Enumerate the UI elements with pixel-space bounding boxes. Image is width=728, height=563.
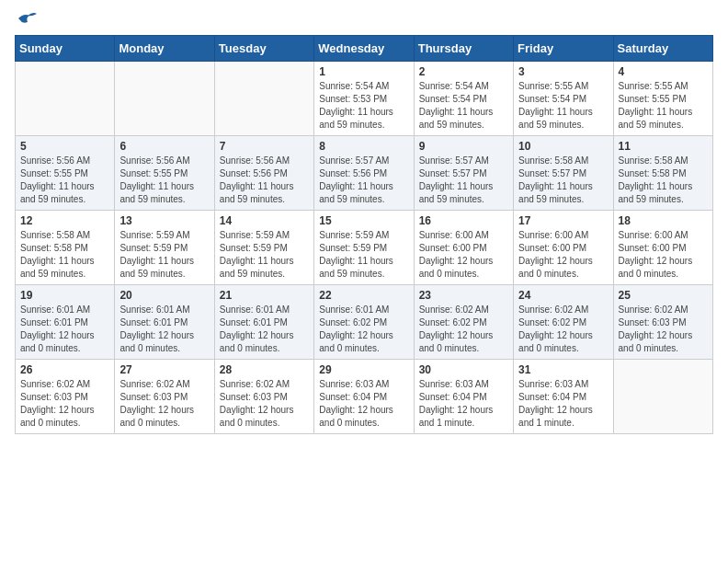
day-number: 28 <box>220 363 309 376</box>
day-number: 30 <box>419 363 508 376</box>
day-of-week-thursday: Thursday <box>414 36 513 62</box>
day-number: 8 <box>319 140 408 153</box>
day-info: Sunrise: 6:03 AM Sunset: 6:04 PM Dayligh… <box>319 378 408 430</box>
day-number: 15 <box>319 214 408 227</box>
calendar-cell: 19Sunrise: 6:01 AM Sunset: 6:01 PM Dayli… <box>16 285 115 360</box>
calendar-cell: 1Sunrise: 5:54 AM Sunset: 5:53 PM Daylig… <box>314 62 414 136</box>
day-number: 11 <box>619 140 708 153</box>
day-info: Sunrise: 5:54 AM Sunset: 5:54 PM Dayligh… <box>419 80 508 132</box>
day-info: Sunrise: 6:01 AM Sunset: 6:01 PM Dayligh… <box>220 304 309 355</box>
day-number: 20 <box>119 289 209 302</box>
day-of-week-monday: Monday <box>115 36 214 62</box>
day-info: Sunrise: 5:56 AM Sunset: 5:56 PM Dayligh… <box>220 155 309 206</box>
day-info: Sunrise: 5:58 AM Sunset: 5:58 PM Dayligh… <box>619 155 708 206</box>
calendar-cell: 20Sunrise: 6:01 AM Sunset: 6:01 PM Dayli… <box>115 285 214 360</box>
calendar-body: 1Sunrise: 5:54 AM Sunset: 5:53 PM Daylig… <box>16 62 713 434</box>
day-number: 3 <box>518 65 608 78</box>
page-header <box>15 15 713 24</box>
calendar-cell: 28Sunrise: 6:02 AM Sunset: 6:03 PM Dayli… <box>214 360 313 434</box>
calendar-cell: 3Sunrise: 5:55 AM Sunset: 5:54 PM Daylig… <box>514 62 613 136</box>
calendar-cell: 5Sunrise: 5:56 AM Sunset: 5:55 PM Daylig… <box>16 136 115 211</box>
logo-bird-icon <box>17 11 37 28</box>
calendar-week-1: 1Sunrise: 5:54 AM Sunset: 5:53 PM Daylig… <box>16 62 713 136</box>
day-info: Sunrise: 6:01 AM Sunset: 6:01 PM Dayligh… <box>119 304 209 355</box>
calendar-cell: 12Sunrise: 5:58 AM Sunset: 5:58 PM Dayli… <box>16 211 115 285</box>
calendar-cell: 29Sunrise: 6:03 AM Sunset: 6:04 PM Dayli… <box>314 360 414 434</box>
day-info: Sunrise: 6:01 AM Sunset: 6:02 PM Dayligh… <box>319 304 408 355</box>
day-info: Sunrise: 6:02 AM Sunset: 6:03 PM Dayligh… <box>220 378 309 430</box>
day-number: 24 <box>518 289 608 302</box>
day-info: Sunrise: 5:59 AM Sunset: 5:59 PM Dayligh… <box>220 229 309 281</box>
calendar-cell: 11Sunrise: 5:58 AM Sunset: 5:58 PM Dayli… <box>613 136 712 211</box>
day-info: Sunrise: 6:00 AM Sunset: 6:00 PM Dayligh… <box>619 229 708 281</box>
day-info: Sunrise: 6:02 AM Sunset: 6:03 PM Dayligh… <box>20 378 109 430</box>
calendar-cell: 27Sunrise: 6:02 AM Sunset: 6:03 PM Dayli… <box>115 360 214 434</box>
calendar-cell: 7Sunrise: 5:56 AM Sunset: 5:56 PM Daylig… <box>214 136 313 211</box>
calendar-cell: 25Sunrise: 6:02 AM Sunset: 6:03 PM Dayli… <box>613 285 712 360</box>
day-number: 23 <box>419 289 508 302</box>
day-info: Sunrise: 5:59 AM Sunset: 5:59 PM Dayligh… <box>319 229 408 281</box>
day-info: Sunrise: 6:03 AM Sunset: 6:04 PM Dayligh… <box>419 378 508 430</box>
day-number: 16 <box>419 214 508 227</box>
calendar-cell: 18Sunrise: 6:00 AM Sunset: 6:00 PM Dayli… <box>613 211 712 285</box>
days-of-week-row: SundayMondayTuesdayWednesdayThursdayFrid… <box>16 36 713 62</box>
day-number: 2 <box>419 65 508 78</box>
day-info: Sunrise: 5:57 AM Sunset: 5:57 PM Dayligh… <box>419 155 508 206</box>
day-info: Sunrise: 6:02 AM Sunset: 6:02 PM Dayligh… <box>419 304 508 355</box>
day-number: 9 <box>419 140 508 153</box>
day-of-week-tuesday: Tuesday <box>214 36 313 62</box>
day-number: 1 <box>319 65 408 78</box>
day-info: Sunrise: 5:55 AM Sunset: 5:55 PM Dayligh… <box>619 80 708 132</box>
calendar-cell: 10Sunrise: 5:58 AM Sunset: 5:57 PM Dayli… <box>514 136 613 211</box>
day-info: Sunrise: 6:00 AM Sunset: 6:00 PM Dayligh… <box>518 229 608 281</box>
day-number: 12 <box>20 214 109 227</box>
calendar-cell: 26Sunrise: 6:02 AM Sunset: 6:03 PM Dayli… <box>16 360 115 434</box>
day-number: 5 <box>20 140 109 153</box>
day-number: 25 <box>619 289 708 302</box>
day-number: 27 <box>119 363 209 376</box>
calendar-cell: 6Sunrise: 5:56 AM Sunset: 5:55 PM Daylig… <box>115 136 214 211</box>
day-info: Sunrise: 5:57 AM Sunset: 5:56 PM Dayligh… <box>319 155 408 206</box>
day-info: Sunrise: 5:56 AM Sunset: 5:55 PM Dayligh… <box>20 155 109 206</box>
day-info: Sunrise: 5:55 AM Sunset: 5:54 PM Dayligh… <box>518 80 608 132</box>
day-number: 7 <box>220 140 309 153</box>
logo <box>15 15 37 24</box>
calendar-cell: 23Sunrise: 6:02 AM Sunset: 6:02 PM Dayli… <box>414 285 513 360</box>
calendar-week-5: 26Sunrise: 6:02 AM Sunset: 6:03 PM Dayli… <box>16 360 713 434</box>
calendar-cell: 9Sunrise: 5:57 AM Sunset: 5:57 PM Daylig… <box>414 136 513 211</box>
day-info: Sunrise: 5:58 AM Sunset: 5:57 PM Dayligh… <box>518 155 608 206</box>
calendar-cell: 30Sunrise: 6:03 AM Sunset: 6:04 PM Dayli… <box>414 360 513 434</box>
day-info: Sunrise: 5:58 AM Sunset: 5:58 PM Dayligh… <box>20 229 109 281</box>
day-info: Sunrise: 5:59 AM Sunset: 5:59 PM Dayligh… <box>119 229 209 281</box>
day-info: Sunrise: 6:00 AM Sunset: 6:00 PM Dayligh… <box>419 229 508 281</box>
calendar-cell: 21Sunrise: 6:01 AM Sunset: 6:01 PM Dayli… <box>214 285 313 360</box>
day-number: 10 <box>518 140 608 153</box>
day-info: Sunrise: 5:56 AM Sunset: 5:55 PM Dayligh… <box>119 155 209 206</box>
day-info: Sunrise: 6:01 AM Sunset: 6:01 PM Dayligh… <box>20 304 109 355</box>
day-number: 21 <box>220 289 309 302</box>
day-info: Sunrise: 5:54 AM Sunset: 5:53 PM Dayligh… <box>319 80 408 132</box>
calendar-cell: 15Sunrise: 5:59 AM Sunset: 5:59 PM Dayli… <box>314 211 414 285</box>
calendar-week-4: 19Sunrise: 6:01 AM Sunset: 6:01 PM Dayli… <box>16 285 713 360</box>
calendar-cell: 31Sunrise: 6:03 AM Sunset: 6:04 PM Dayli… <box>514 360 613 434</box>
calendar-cell <box>214 62 313 136</box>
calendar-cell: 2Sunrise: 5:54 AM Sunset: 5:54 PM Daylig… <box>414 62 513 136</box>
calendar-cell: 13Sunrise: 5:59 AM Sunset: 5:59 PM Dayli… <box>115 211 214 285</box>
day-number: 19 <box>20 289 109 302</box>
calendar-cell: 22Sunrise: 6:01 AM Sunset: 6:02 PM Dayli… <box>314 285 414 360</box>
day-info: Sunrise: 6:03 AM Sunset: 6:04 PM Dayligh… <box>518 378 608 430</box>
day-info: Sunrise: 6:02 AM Sunset: 6:03 PM Dayligh… <box>619 304 708 355</box>
calendar-cell: 4Sunrise: 5:55 AM Sunset: 5:55 PM Daylig… <box>613 62 712 136</box>
calendar-cell: 17Sunrise: 6:00 AM Sunset: 6:00 PM Dayli… <box>514 211 613 285</box>
day-of-week-sunday: Sunday <box>16 36 115 62</box>
day-info: Sunrise: 6:02 AM Sunset: 6:02 PM Dayligh… <box>518 304 608 355</box>
day-of-week-wednesday: Wednesday <box>314 36 414 62</box>
calendar-cell: 16Sunrise: 6:00 AM Sunset: 6:00 PM Dayli… <box>414 211 513 285</box>
day-of-week-saturday: Saturday <box>613 36 712 62</box>
day-number: 31 <box>518 363 608 376</box>
calendar-week-2: 5Sunrise: 5:56 AM Sunset: 5:55 PM Daylig… <box>16 136 713 211</box>
day-number: 4 <box>619 65 708 78</box>
day-info: Sunrise: 6:02 AM Sunset: 6:03 PM Dayligh… <box>119 378 209 430</box>
calendar-cell: 14Sunrise: 5:59 AM Sunset: 5:59 PM Dayli… <box>214 211 313 285</box>
day-number: 29 <box>319 363 408 376</box>
